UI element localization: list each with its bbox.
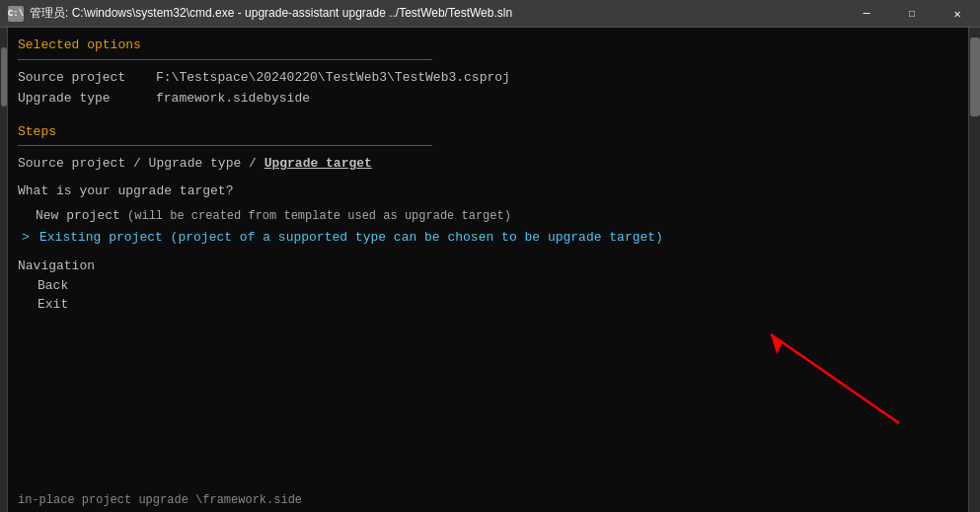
right-scrollbar[interactable] [968, 28, 980, 512]
option2-selector: > [22, 228, 36, 248]
steps-before: Source project / Upgrade type / [18, 156, 264, 171]
source-project-value: F:\Testspace\20240220\TestWeb3\TestWeb3.… [156, 68, 510, 88]
selected-options-heading: Selected options [18, 36, 958, 55]
steps-active: Upgrade target [264, 156, 372, 171]
navigation-heading: Navigation [18, 256, 958, 276]
option1-desc: (will be created from template used as u… [120, 209, 511, 223]
title-bar: C:\ 管理员: C:\windows\system32\cmd.exe - u… [0, 0, 980, 28]
steps-row: Source project / Upgrade type / Upgrade … [18, 154, 958, 174]
option1-selector [22, 206, 36, 226]
terminal-window: Selected options Source project F:\Tests… [0, 28, 980, 512]
option1-row: New project (will be created from templa… [18, 206, 958, 226]
bottom-hint-text: in-place project upgrade \framework.side [18, 491, 302, 509]
divider-2 [18, 145, 432, 146]
divider-1 [18, 59, 432, 60]
option2-text: Existing project (project of a supported… [39, 228, 663, 248]
option2-row[interactable]: > Existing project (project of a support… [18, 228, 958, 248]
source-project-label: Source project [18, 68, 156, 88]
nav-back[interactable]: Back [18, 276, 958, 296]
close-button[interactable]: ✕ [935, 0, 980, 28]
source-project-row: Source project F:\Testspace\20240220\Tes… [18, 68, 958, 88]
option1-label: New project [36, 208, 120, 223]
minimize-button[interactable]: — [844, 0, 889, 28]
upgrade-target-question: What is your upgrade target? [18, 182, 958, 201]
red-arrow-annotation [712, 305, 909, 433]
steps-heading: Steps [18, 122, 958, 142]
nav-exit[interactable]: Exit [18, 295, 958, 315]
upgrade-type-value: framework.sidebyside [156, 89, 310, 109]
title-bar-controls: — □ ✕ [844, 0, 980, 28]
upgrade-type-row: Upgrade type framework.sidebyside [18, 89, 958, 109]
maximize-button[interactable]: □ [889, 0, 935, 28]
left-scrollbar[interactable] [0, 28, 8, 512]
navigation-section: Navigation Back Exit [18, 256, 958, 315]
svg-line-0 [771, 334, 899, 423]
upgrade-type-label: Upgrade type [18, 89, 156, 109]
svg-marker-1 [771, 334, 783, 354]
left-scrollbar-thumb [1, 47, 7, 107]
bottom-hint-bar: in-place project upgrade \framework.side [8, 488, 968, 512]
right-scrollbar-thumb [970, 37, 980, 116]
app-icon: C:\ [8, 6, 24, 22]
steps-section: Steps Source project / Upgrade type / Up… [18, 122, 958, 174]
terminal-content: Selected options Source project F:\Tests… [8, 28, 968, 512]
option1-text[interactable]: New project (will be created from templa… [36, 206, 511, 226]
title-bar-text: 管理员: C:\windows\system32\cmd.exe - upgra… [30, 5, 512, 22]
